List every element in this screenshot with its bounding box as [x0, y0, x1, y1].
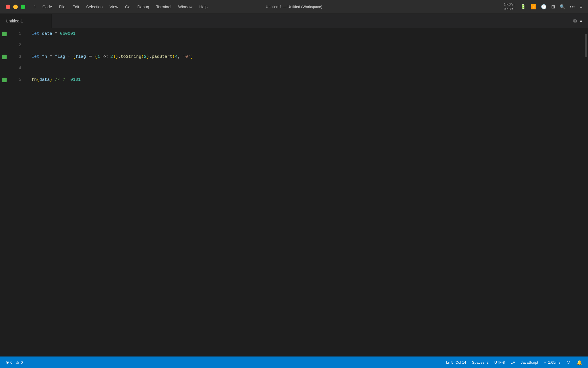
var-fn: fn [42, 51, 47, 63]
editor-area: 1 2 3 4 5 let data = 0b0001 let fn = fla… [0, 28, 588, 356]
var-data: data [42, 28, 52, 40]
menu-file[interactable]: File [56, 3, 68, 10]
line-ending[interactable]: LF [511, 360, 515, 365]
code-line-5: fn(data) // ? 0101 [32, 74, 584, 86]
paren-close-2: ) [113, 51, 115, 63]
code-editor[interactable]: let data = 0b0001 let fn = flag ⇒ (flag … [26, 28, 584, 356]
paren-open-2: ( [95, 51, 97, 63]
network-speed: 1 KB/s ↑ 0 KB/s ↓ [504, 2, 516, 11]
keyword-let-3: let [32, 51, 39, 63]
menu-debug[interactable]: Debug [134, 3, 152, 10]
paren-close-4: ) [190, 51, 193, 63]
error-count[interactable]: ⊗ 0 ⚠ 0 [6, 360, 23, 365]
indentation[interactable]: Spaces: 2 [472, 360, 489, 365]
menu-window[interactable]: Window [175, 3, 196, 10]
paren-open-1: ( [73, 51, 76, 63]
arrow-op: ⇒ [68, 51, 70, 63]
line-number-3: 3 [9, 51, 21, 63]
minimize-button[interactable] [13, 5, 18, 9]
error-icon: ⊗ [6, 360, 9, 365]
tab-actions: ⧉ ● [573, 14, 588, 28]
maximize-button[interactable] [21, 5, 25, 9]
param-flag: flag [55, 51, 65, 63]
tab-name: Untitled-1 [6, 19, 23, 23]
breakpoint-1[interactable] [2, 32, 7, 36]
clock-icon: 🕐 [541, 4, 547, 9]
menu-help[interactable]: Help [196, 3, 210, 10]
editor-tab[interactable]: Untitled-1 [0, 14, 52, 28]
system-icons: 1 KB/s ↑ 0 KB/s ↓ 🔋 📶 🕐 ⊞ 🔍 ••• ≡ [504, 2, 588, 11]
param-flag-2: flag [76, 51, 86, 63]
paren-open-4: ( [172, 51, 175, 63]
spotlight-icon: 🔍 [560, 4, 565, 9]
code-line-4 [32, 63, 584, 74]
keyword-let-1: let [32, 28, 39, 40]
paren-open-5: ( [37, 74, 39, 86]
feedback-icon[interactable]: ☺ [566, 360, 571, 365]
breakpoint-3[interactable] [2, 55, 7, 59]
method-padStart: padStart [152, 51, 172, 63]
line-number-4: 4 [9, 63, 21, 74]
literal-1: 1 [97, 51, 100, 63]
string-zero: '0' [183, 51, 190, 63]
literal-2: 2 [110, 51, 113, 63]
titlebar:  Code File Edit Selection View Go Debug… [0, 0, 588, 14]
encoding[interactable]: UTF-8 [494, 360, 505, 365]
scrollbar-thumb[interactable] [585, 34, 587, 57]
method-toString: toString [121, 51, 141, 63]
statusbar: ⊗ 0 ⚠ 0 Ln 5, Col 14 Spaces: 2 UTF-8 LF … [0, 356, 588, 368]
line-numbers: 1 2 3 4 5 [9, 28, 26, 356]
tabbar: Untitled-1 ⧉ ● [0, 14, 588, 28]
comment-q: // ? [55, 74, 65, 86]
close-button[interactable] [6, 5, 10, 9]
menu-bar:  Code File Edit Selection View Go Debug… [25, 3, 504, 11]
code-line-3: let fn = flag ⇒ (flag ⊨ (1 << 2)).toStri… [32, 51, 584, 63]
fn-call-fn: fn [32, 74, 37, 86]
menu-edit[interactable]: Edit [69, 3, 82, 10]
timing: ✓ 1.65ms [544, 360, 560, 365]
paren-close-3: ) [146, 51, 149, 63]
window-title: Untitled-1 — Untitled (Workspace) [266, 5, 322, 9]
traffic-lights [0, 5, 25, 9]
warning-number: 0 [21, 360, 23, 365]
menu-terminal[interactable]: Terminal [153, 3, 174, 10]
menu-view[interactable]: View [107, 3, 121, 10]
paren-close-1: ) [115, 51, 118, 63]
notifications-icon[interactable]: 🔔 [577, 360, 582, 365]
paren-open-3: ( [141, 51, 144, 63]
menu-code[interactable]: Code [40, 3, 55, 10]
paren-close-5: ) [50, 74, 52, 86]
code-line-2 [32, 40, 584, 51]
battery-icon: 🔋 [520, 4, 526, 9]
statusbar-left: ⊗ 0 ⚠ 0 [6, 360, 23, 365]
debug-result: 0101 [70, 74, 81, 86]
line-number-2: 2 [9, 40, 21, 51]
literal-4: 4 [175, 51, 177, 63]
warning-icon: ⚠ [16, 360, 20, 365]
code-line-1: let data = 0b0001 [32, 28, 584, 40]
dirty-indicator: ● [580, 19, 582, 23]
wifi-icon: 📶 [531, 4, 536, 9]
scrollbar-vertical[interactable] [584, 28, 588, 356]
arg-data: data [39, 74, 50, 86]
breakpoint-gutter [0, 28, 9, 356]
line-number-1: 1 [9, 28, 21, 40]
language-mode[interactable]: JavaScript [521, 360, 538, 365]
statusbar-right: Ln 5, Col 14 Spaces: 2 UTF-8 LF JavaScri… [446, 360, 582, 365]
cursor-position[interactable]: Ln 5, Col 14 [446, 360, 466, 365]
menu-apple[interactable]:  [31, 3, 38, 11]
literal-0b0001: 0b0001 [60, 28, 76, 40]
error-number: 0 [10, 360, 12, 365]
menu-go[interactable]: Go [122, 3, 134, 10]
literal-2b: 2 [144, 51, 146, 63]
breakpoint-5[interactable] [2, 78, 7, 82]
list-icon: ≡ [580, 4, 582, 9]
more-icon: ••• [570, 5, 575, 9]
control-center-icon: ⊞ [551, 4, 555, 9]
line-number-5: 5 [9, 74, 21, 86]
split-editor-icon[interactable]: ⧉ [573, 18, 577, 24]
menu-selection[interactable]: Selection [83, 3, 106, 10]
